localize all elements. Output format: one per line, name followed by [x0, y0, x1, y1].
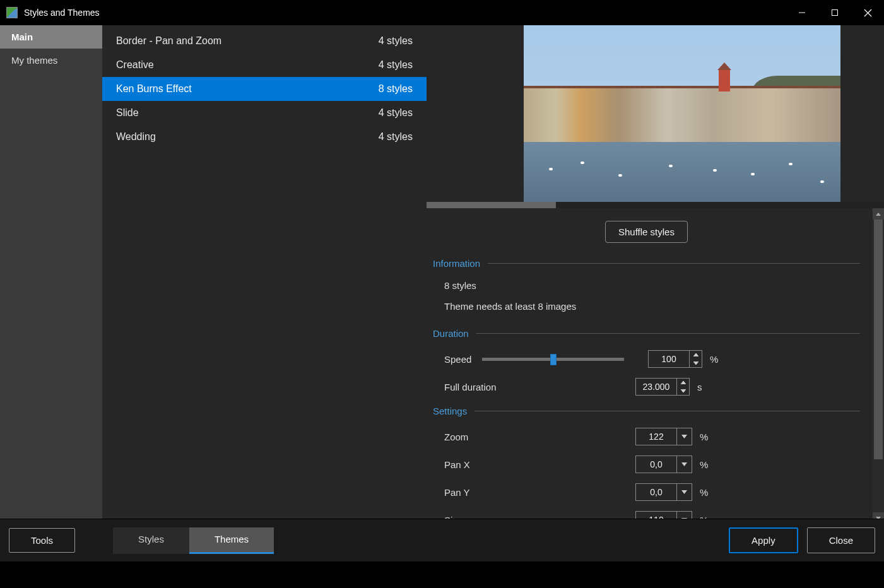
titlebar: Styles and Themes — [0, 0, 884, 25]
preview-swan — [820, 180, 824, 183]
svg-marker-12 — [876, 213, 881, 216]
preview-swan — [618, 174, 622, 177]
tab-styles[interactable]: Styles — [113, 527, 189, 554]
speed-slider[interactable] — [482, 358, 624, 361]
size-dropdown-button[interactable] — [676, 512, 692, 519]
scrollbar-thumb[interactable] — [874, 220, 883, 459]
theme-row[interactable]: Wedding 4 styles — [102, 125, 427, 149]
param-label: Full duration — [444, 382, 507, 392]
spinner-down-button[interactable] — [690, 359, 702, 367]
zoom-dropdown-button[interactable] — [676, 428, 692, 445]
svg-marker-11 — [681, 518, 687, 519]
speed-spinner — [689, 351, 702, 367]
param-row-zoom: Zoom % — [444, 428, 860, 445]
svg-marker-4 — [693, 353, 698, 356]
pan-x-combo — [635, 456, 692, 473]
sidebar-item-my-themes[interactable]: My themes — [0, 49, 102, 72]
svg-marker-13 — [876, 517, 881, 519]
param-label: Size — [444, 515, 507, 519]
full-duration-unit: s — [697, 382, 702, 392]
chevron-down-icon — [681, 490, 687, 494]
speed-input[interactable] — [649, 351, 689, 367]
speed-slider-thumb[interactable] — [550, 354, 557, 365]
preview-tower — [719, 70, 730, 91]
theme-row-selected[interactable]: Ken Burns Effect 8 styles — [102, 77, 427, 101]
preview-buildings — [524, 88, 840, 145]
section-header-settings: Settings — [433, 406, 860, 416]
chevron-down-icon — [681, 518, 687, 519]
zoom-unit: % — [700, 432, 708, 442]
preview-scrollbar-thumb[interactable] — [427, 202, 556, 208]
divider — [474, 411, 860, 411]
preview-scrollbar[interactable] — [427, 202, 884, 208]
scrollbar-up-button[interactable] — [873, 208, 884, 220]
param-row-pan-x: Pan X % — [444, 456, 860, 473]
spinner-up-button[interactable] — [690, 351, 702, 359]
pan-x-input[interactable] — [636, 456, 676, 473]
chevron-down-icon — [876, 517, 881, 519]
preview-zone — [427, 25, 884, 202]
chevron-down-icon — [681, 389, 686, 392]
svg-marker-10 — [681, 490, 687, 494]
svg-marker-9 — [681, 462, 687, 466]
theme-count: 4 styles — [379, 131, 413, 143]
full-duration-input[interactable] — [636, 379, 676, 395]
param-row-pan-y: Pan Y % — [444, 483, 860, 501]
pan-y-input[interactable] — [636, 484, 676, 500]
theme-name: Wedding — [116, 131, 156, 143]
tools-button[interactable]: Tools — [9, 528, 75, 553]
minimize-icon — [798, 9, 806, 16]
theme-row[interactable]: Creative 4 styles — [102, 53, 427, 77]
dialog-buttons: Apply Close — [729, 527, 875, 553]
theme-name: Creative — [116, 59, 154, 71]
theme-name: Slide — [116, 107, 139, 119]
preview-swan — [789, 163, 793, 165]
svg-marker-6 — [681, 381, 686, 384]
theme-row[interactable]: Slide 4 styles — [102, 101, 427, 125]
zoom-input[interactable] — [636, 428, 676, 445]
size-input[interactable] — [636, 512, 676, 519]
chevron-down-icon — [681, 462, 687, 466]
info-styles-count: 8 styles — [444, 280, 860, 291]
scrollbar-down-button[interactable] — [873, 512, 884, 519]
shuffle-styles-button[interactable]: Shuffle styles — [605, 221, 688, 243]
scrollbar-track[interactable] — [873, 220, 884, 512]
spinner-down-button[interactable] — [677, 387, 689, 395]
tab-themes[interactable]: Themes — [189, 527, 274, 554]
param-label: Pan Y — [444, 487, 507, 498]
close-button[interactable]: Close — [807, 527, 875, 553]
window-close-button[interactable] — [851, 0, 884, 25]
sidebar: Main My themes — [0, 25, 102, 519]
svg-marker-8 — [681, 435, 687, 438]
preview-swan — [713, 169, 717, 172]
theme-count: 4 styles — [379, 107, 413, 119]
apply-button[interactable]: Apply — [729, 527, 798, 553]
preview-swan — [751, 173, 755, 175]
pan-y-combo — [635, 483, 692, 501]
theme-row[interactable]: Border - Pan and Zoom 4 styles — [102, 29, 427, 53]
window-controls — [786, 0, 884, 25]
preview-swan — [549, 168, 553, 170]
zoom-combo — [635, 428, 692, 445]
svg-marker-7 — [681, 389, 686, 392]
details-scrollbar[interactable] — [873, 208, 884, 519]
divider — [476, 333, 860, 334]
pan-x-unit: % — [700, 459, 708, 470]
chevron-down-icon — [681, 435, 687, 438]
spinner-up-button[interactable] — [677, 379, 689, 387]
svg-rect-1 — [832, 10, 838, 16]
sidebar-item-main[interactable]: Main — [0, 25, 102, 49]
pan-x-dropdown-button[interactable] — [676, 456, 692, 473]
theme-count: 4 styles — [379, 35, 413, 47]
full-duration-spinner — [676, 379, 689, 395]
param-label: Pan X — [444, 459, 507, 470]
preview-water — [524, 142, 840, 202]
main-area: Main My themes Border - Pan and Zoom 4 s… — [0, 25, 884, 519]
pan-y-dropdown-button[interactable] — [676, 484, 692, 500]
theme-count: 8 styles — [379, 83, 413, 95]
section-header-duration: Duration — [433, 328, 860, 339]
chevron-up-icon — [693, 353, 698, 356]
section-title: Information — [433, 258, 480, 269]
minimize-button[interactable] — [786, 0, 818, 25]
maximize-button[interactable] — [818, 0, 851, 25]
